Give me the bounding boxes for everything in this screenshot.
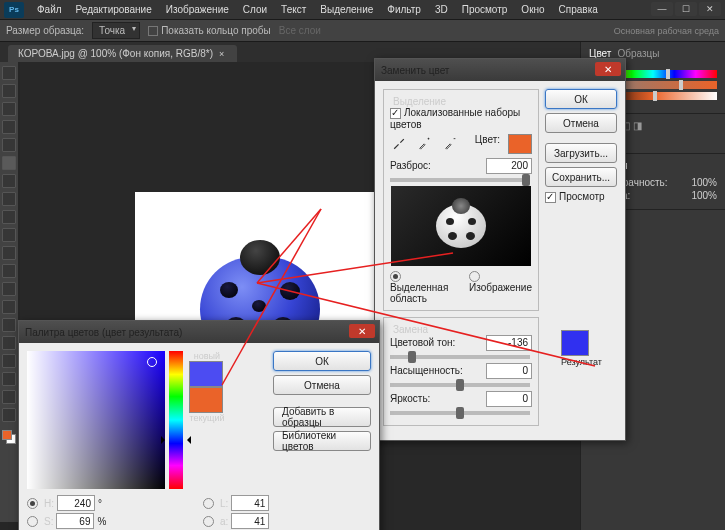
menu-filter[interactable]: Фильтр (380, 4, 428, 15)
ok-button[interactable]: ОК (545, 89, 617, 109)
load-button[interactable]: Загрузить... (545, 143, 617, 163)
menu-window[interactable]: Окно (514, 4, 551, 15)
document-tab[interactable]: КОРОВА.jpg @ 100% (Фон копия, RGB/8*) × (8, 45, 237, 62)
dialog-title: Палитра цветов (цвет результата) (25, 327, 182, 338)
app-logo: Ps (4, 2, 24, 18)
new-label: новый (189, 351, 225, 361)
workspace-label[interactable]: Основная рабочая среда (614, 26, 719, 36)
dialog-title: Заменить цвет (381, 65, 449, 76)
tool-history-brush[interactable] (2, 228, 16, 242)
a-radio[interactable] (203, 516, 214, 527)
sample-size-dropdown[interactable]: Точка (92, 22, 140, 39)
menu-edit[interactable]: Редактирование (69, 4, 159, 15)
saturation-label: Насыщенность: (390, 365, 463, 376)
tool-eyedropper[interactable] (2, 156, 16, 170)
saturation-input[interactable] (486, 363, 532, 379)
l-radio[interactable] (203, 498, 214, 509)
saturation-slider[interactable] (390, 383, 530, 387)
close-tab-icon[interactable]: × (219, 50, 227, 58)
hue-strip[interactable] (169, 351, 183, 489)
eyedropper-minus-icon[interactable] (442, 134, 460, 152)
cancel-button[interactable]: Отмена (273, 375, 371, 395)
a-input[interactable] (231, 513, 269, 529)
tool-dodge[interactable] (2, 300, 16, 314)
tool-marquee[interactable] (2, 84, 16, 98)
options-bar: Размер образца: Точка Показать кольцо пр… (0, 20, 725, 42)
menu-help[interactable]: Справка (552, 4, 605, 15)
add-to-swatches-button[interactable]: Добавить в образцы (273, 407, 371, 427)
tool-crop[interactable] (2, 138, 16, 152)
foreground-color[interactable] (2, 430, 12, 440)
fuzziness-slider[interactable] (390, 178, 530, 182)
tool-gradient[interactable] (2, 264, 16, 278)
window-maximize[interactable]: ☐ (675, 2, 697, 16)
menu-layers[interactable]: Слои (236, 4, 274, 15)
menu-select[interactable]: Выделение (313, 4, 380, 15)
eyedropper-plus-icon[interactable] (416, 134, 434, 152)
ok-button[interactable]: ОК (273, 351, 371, 371)
lightness-label: Яркость: (390, 393, 430, 404)
s-radio[interactable] (27, 516, 38, 527)
tool-brush[interactable] (2, 192, 16, 206)
window-minimize[interactable]: — (651, 2, 673, 16)
result-color-swatch[interactable] (561, 330, 589, 356)
tool-lasso[interactable] (2, 102, 16, 116)
tool-stamp[interactable] (2, 210, 16, 224)
selection-radio[interactable] (390, 271, 401, 282)
menu-file[interactable]: Файл (30, 4, 69, 15)
hue-strip-cursor (164, 439, 188, 441)
hue-label: Цветовой тон: (390, 337, 455, 348)
hue-input[interactable] (486, 335, 532, 351)
localized-checkbox[interactable] (390, 108, 401, 119)
tool-heal[interactable] (2, 174, 16, 188)
menu-3d[interactable]: 3D (428, 4, 455, 15)
lightness-slider[interactable] (390, 411, 530, 415)
menubar: Ps Файл Редактирование Изображение Слои … (0, 0, 725, 20)
localized-label: Локализованные наборы цветов (390, 107, 520, 130)
close-icon[interactable]: ✕ (349, 324, 375, 338)
tool-hand[interactable] (2, 390, 16, 404)
menu-text[interactable]: Текст (274, 4, 313, 15)
l-input[interactable] (231, 495, 269, 511)
tool-pen[interactable] (2, 318, 16, 332)
eyedropper-icon[interactable] (390, 134, 408, 152)
window-close[interactable]: ✕ (699, 2, 721, 16)
tool-zoom[interactable] (2, 408, 16, 422)
menu-view[interactable]: Просмотр (455, 4, 515, 15)
color-libraries-button[interactable]: Библиотеки цветов (273, 431, 371, 451)
close-icon[interactable]: ✕ (595, 62, 621, 76)
show-ring-label: Показать кольцо пробы (161, 25, 271, 36)
tool-blur[interactable] (2, 282, 16, 296)
tool-eraser[interactable] (2, 246, 16, 260)
preview-checkbox[interactable] (545, 192, 556, 203)
tool-path[interactable] (2, 354, 16, 368)
opacity-value[interactable]: 100% (691, 177, 717, 188)
replace-legend: Замена (390, 324, 431, 335)
menu-image[interactable]: Изображение (159, 4, 236, 15)
cancel-button[interactable]: Отмена (545, 113, 617, 133)
document-tab-label: КОРОВА.jpg @ 100% (Фон копия, RGB/8*) (18, 48, 213, 59)
current-color-swatch (189, 387, 223, 413)
hue-slider[interactable] (390, 355, 530, 359)
image-radio[interactable] (469, 271, 480, 282)
color-picker-dialog: Палитра цветов (цвет результата) ✕ новый… (18, 320, 380, 530)
tool-text[interactable] (2, 336, 16, 350)
selection-preview (391, 186, 531, 266)
dialog-titlebar[interactable]: Заменить цвет ✕ (375, 59, 625, 81)
tool-shape[interactable] (2, 372, 16, 386)
fuzziness-input[interactable] (486, 158, 532, 174)
tool-move[interactable] (2, 66, 16, 80)
fill-value[interactable]: 100% (691, 190, 717, 201)
color-field[interactable] (27, 351, 165, 489)
source-color-swatch[interactable] (508, 134, 532, 154)
s-input[interactable] (56, 513, 94, 529)
h-radio[interactable] (27, 498, 38, 509)
h-input[interactable] (57, 495, 95, 511)
image-radio-label: Изображение (469, 282, 532, 293)
save-button[interactable]: Сохранить... (545, 167, 617, 187)
tool-wand[interactable] (2, 120, 16, 134)
color-swatches[interactable] (2, 430, 16, 444)
lightness-input[interactable] (486, 391, 532, 407)
show-ring-checkbox[interactable] (148, 26, 158, 36)
dialog-titlebar[interactable]: Палитра цветов (цвет результата) ✕ (19, 321, 379, 343)
